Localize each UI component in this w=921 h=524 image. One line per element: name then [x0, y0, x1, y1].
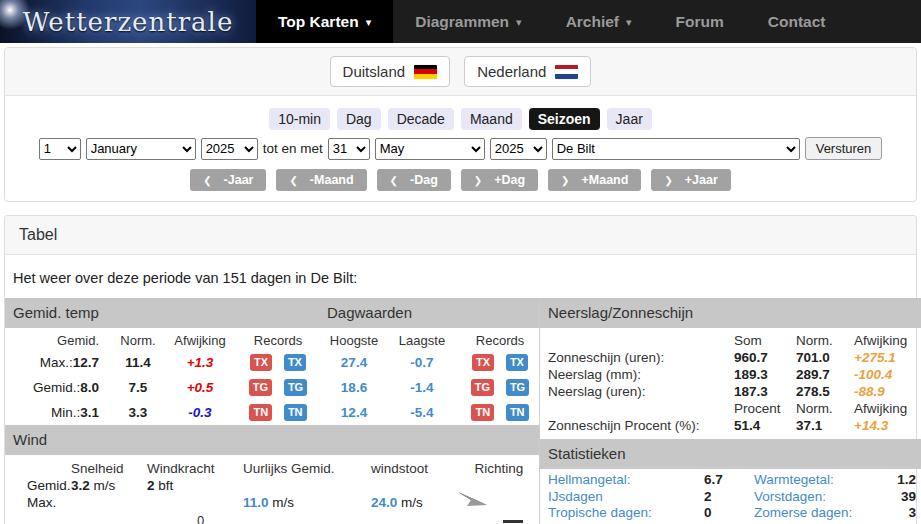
record-badge-blue[interactable]: TX	[506, 354, 528, 371]
nederland-button[interactable]: Nederland	[464, 56, 591, 87]
chart-menu-icon[interactable]	[503, 520, 523, 524]
nav-label: Diagrammen	[415, 13, 509, 31]
plus-maand-button[interactable]: ❯ +Maand	[548, 169, 641, 191]
nav-diagrammen[interactable]: Diagrammen ▾	[393, 0, 543, 43]
chevron-right-icon: ❯	[664, 175, 672, 186]
versturen-button[interactable]: Versturen	[805, 137, 883, 160]
neerslag-title: Neerslag/Zonneschijn	[548, 304, 693, 321]
tab-10min[interactable]: 10-min	[269, 108, 330, 130]
temp-section-header: Gemid. temp Dagwaarden	[5, 298, 539, 328]
nav-label: Top Karten	[278, 13, 359, 31]
filter-card: Duitsland Nederland 10-min Dag Decade Ma…	[4, 47, 917, 202]
record-badge-blue[interactable]: TG	[506, 379, 529, 396]
nav-label: Archief	[566, 13, 619, 31]
nav-archief[interactable]: Archief ▾	[544, 0, 654, 43]
caret-down-icon: ▾	[366, 16, 372, 29]
to-day-select[interactable]: 31	[328, 138, 370, 160]
nav-forum[interactable]: Forum	[654, 0, 746, 43]
range-connector-label: tot en met	[263, 141, 323, 156]
uurlijks-gemid-link[interactable]: 11.0	[243, 495, 269, 510]
neerslag-headers-procent: Procent Norm. Afwijking	[540, 400, 921, 417]
plus-jaar-button[interactable]: ❯ +Jaar	[651, 169, 730, 191]
duitsland-button[interactable]: Duitsland	[330, 56, 451, 87]
caret-down-icon: ▾	[626, 16, 632, 29]
nav-contact[interactable]: Contact	[746, 0, 848, 43]
record-badge-red[interactable]: TX	[250, 354, 272, 371]
tab-decade[interactable]: Decade	[388, 108, 454, 130]
nav-top-karten[interactable]: Top Karten ▾	[256, 0, 393, 43]
country-label: Duitsland	[343, 63, 406, 80]
tab-maand[interactable]: Maand	[461, 108, 522, 130]
minus-maand-button[interactable]: ❮ -Maand	[276, 169, 366, 191]
right-table-column: Neerslag/Zonneschijn Som Norm. Afwijking…	[539, 298, 921, 524]
country-selector: Duitsland Nederland	[5, 48, 916, 96]
tab-jaar[interactable]: Jaar	[607, 108, 652, 130]
record-badge-red[interactable]: TG	[249, 379, 272, 396]
from-month-select[interactable]: January	[86, 138, 196, 160]
caret-down-icon: ▾	[516, 16, 522, 29]
to-month-select[interactable]: May	[375, 138, 485, 160]
record-badge-red[interactable]: TX	[472, 354, 494, 371]
left-table-column: Gemid. temp Dagwaarden Gemid. Norm. Afwi…	[5, 298, 539, 524]
tabel-section-title: Tabel	[5, 216, 916, 255]
record-badge-red[interactable]: TN	[471, 404, 494, 421]
stat-label[interactable]: Tropische dagen:	[548, 505, 704, 522]
statistieken-title: Statistieken	[548, 445, 626, 462]
minus-dag-button[interactable]: ❮ -Dag	[377, 169, 451, 191]
wind-column-headers: Snelheid Windkracht Uurlijks Gemid. wind…	[5, 455, 539, 477]
neerslag-headers-som: Som Norm. Afwijking	[540, 328, 921, 349]
laagste-link[interactable]: -0.7	[387, 355, 457, 370]
laagste-link[interactable]: -5.4	[387, 405, 457, 420]
wind-rows: Gemid. 3.2 m/s 2 bft Max. 11.0 m/s 24.0 …	[5, 477, 539, 511]
hoogste-link[interactable]: 18.6	[321, 380, 387, 395]
stat-label[interactable]: Warmtegetal:	[754, 472, 872, 489]
afwijking-value: -0.3	[165, 405, 235, 420]
filter-body: 10-min Dag Decade Maand Seizoen Jaar 1 J…	[5, 96, 916, 201]
record-badge-blue[interactable]: TN	[506, 404, 529, 421]
neerslag-section-header: Neerslag/Zonneschijn	[540, 298, 921, 328]
hoogste-link[interactable]: 12.4	[321, 405, 387, 420]
period-summary-text: Het weer over deze periode van 151 dagen…	[5, 255, 916, 298]
chevron-left-icon: ❮	[203, 175, 211, 186]
statistieken-table: Hellmangetal: 6.7 Warmtegetal: 1.2 IJsda…	[540, 469, 921, 524]
to-year-select[interactable]: 2025	[490, 138, 547, 160]
record-badge-red[interactable]: TG	[471, 379, 494, 396]
stat-label[interactable]: Zomerse dagen:	[754, 505, 872, 522]
afwijking-value: +0.5	[165, 380, 235, 395]
plus-dag-button[interactable]: ❯ +Dag	[461, 169, 538, 191]
windstoot-link[interactable]: 24.0	[371, 495, 397, 510]
neerslag-row-mm: Neerslag (mm): 189.3 289.7 -100.4	[540, 366, 921, 383]
hoogste-link[interactable]: 27.4	[321, 355, 387, 370]
minus-jaar-button[interactable]: ❮ -Jaar	[190, 169, 266, 191]
wind-title: Wind	[13, 431, 47, 448]
chart-axis-tick: 0	[197, 513, 204, 524]
tab-dag[interactable]: Dag	[337, 108, 381, 130]
record-badge-blue[interactable]: TN	[284, 404, 307, 421]
statistieken-section-header: Statistieken	[540, 439, 921, 469]
nav-label: Contact	[768, 13, 826, 31]
gemid-temp-title: Gemid. temp	[13, 304, 99, 321]
stat-label[interactable]: IJsdagen	[548, 489, 704, 506]
period-tabs: 10-min Dag Decade Maand Seizoen Jaar	[5, 108, 916, 130]
site-logo[interactable]: Wetterzentrale	[0, 0, 256, 43]
record-badge-red[interactable]: TN	[249, 404, 272, 421]
dagwaarden-title: Dagwaarden	[327, 304, 412, 321]
from-day-select[interactable]: 1	[39, 138, 81, 160]
from-year-select[interactable]: 2025	[201, 138, 258, 160]
chevron-left-icon: ❮	[289, 175, 297, 186]
wind-section-header: Wind	[5, 425, 539, 455]
top-navigation: Wetterzentrale Top Karten ▾ Diagrammen ▾…	[0, 0, 921, 43]
date-range-form: 1 January 2025 tot en met 31 May 2025 De…	[5, 137, 916, 160]
tabel-card: Tabel Het weer over deze periode van 151…	[4, 215, 917, 524]
stat-label[interactable]: Hellmangetal:	[548, 472, 704, 489]
temp-row-max: Max.:12.7 11.4 +1.3 TX TX 27.4 -0.7 TX T…	[5, 350, 539, 375]
stat-label[interactable]: Vorstdagen:	[754, 489, 872, 506]
neerslag-row-zonneschijn-uren: Zonneschijn (uren): 960.7 701.0 +275.1	[540, 349, 921, 366]
tab-seizoen[interactable]: Seizoen	[529, 108, 600, 130]
site-logo-text: Wetterzentrale	[23, 7, 234, 37]
laagste-link[interactable]: -1.4	[387, 380, 457, 395]
record-badge-blue[interactable]: TG	[284, 379, 307, 396]
record-badge-blue[interactable]: TX	[284, 354, 306, 371]
temp-row-min: Min.:3.1 3.3 -0.3 TN TN 12.4 -5.4 TN TN	[5, 400, 539, 425]
station-select[interactable]: De Bilt	[552, 138, 800, 160]
